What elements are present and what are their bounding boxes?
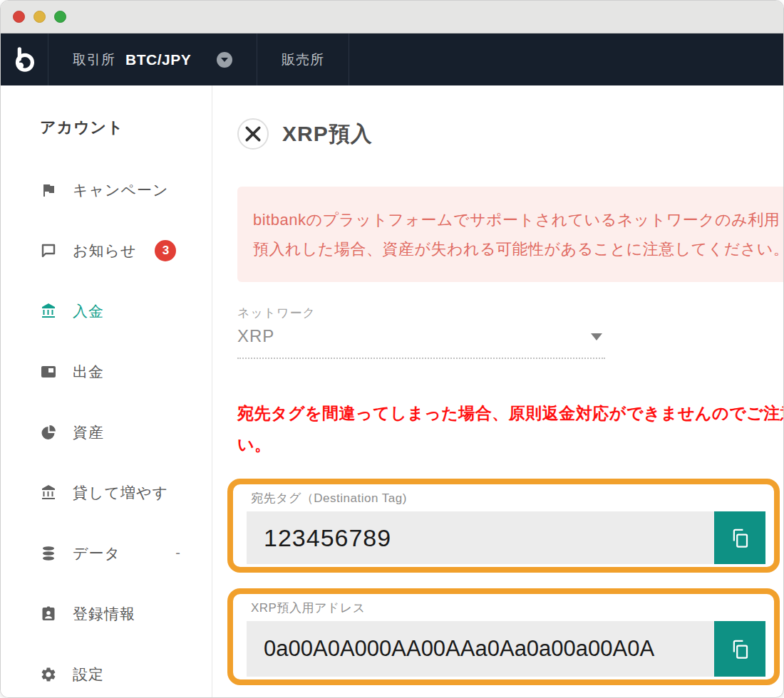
deposit-address-group: XRP預入用アドレス 0a00A0A000AA00AAa0Aa0a00a00A0… xyxy=(227,588,780,685)
sidebar-item-trailing: - xyxy=(175,545,180,561)
pie-chart-icon xyxy=(40,424,57,441)
sidebar-item-withdraw[interactable]: 出金 xyxy=(40,341,212,402)
withdraw-icon xyxy=(40,363,57,380)
bank-icon xyxy=(40,303,57,320)
exchange-tab[interactable]: 取引所 BTC/JPY xyxy=(48,33,257,85)
caret-down-icon xyxy=(591,333,602,340)
sidebar-item-campaign[interactable]: キャンペーン xyxy=(40,160,212,220)
pair-dropdown-icon[interactable] xyxy=(217,52,232,68)
main-content: XRP預入 bitbankのプラットフォームでサポートされているネットワークのみ… xyxy=(212,85,784,698)
network-alert-box: bitbankのプラットフォームでサポートされているネットワークのみ利用 預入れ… xyxy=(237,187,784,282)
sales-label: 販売所 xyxy=(282,51,324,69)
flag-icon xyxy=(40,182,57,199)
copy-icon xyxy=(729,527,751,548)
page-title-row: XRP預入 xyxy=(237,118,373,150)
deposit-address-field[interactable]: 0a00A0A000AA00AAa0Aa0a00a00A0A xyxy=(247,621,714,677)
alert-line-1: bitbankのプラットフォームでサポートされているネットワークのみ利用 xyxy=(253,205,784,234)
destination-tag-warning: 宛先タグを間違ってしまった場合、原則返金対応ができませんのでご注意くださ い。 xyxy=(237,397,784,460)
exchange-label: 取引所 xyxy=(73,51,115,69)
news-count-badge: 3 xyxy=(155,240,176,261)
copy-destination-tag-button[interactable] xyxy=(714,511,765,564)
zoom-button[interactable] xyxy=(54,11,66,23)
sidebar-item-settings[interactable]: 設定 xyxy=(40,644,212,698)
alert-line-2: 預入れした場合、資産が失われる可能性があることに注意してください。 xyxy=(253,234,784,264)
destination-tag-field[interactable]: 123456789 xyxy=(247,511,714,564)
copy-deposit-address-button[interactable] xyxy=(714,621,765,677)
chat-icon xyxy=(40,242,57,259)
sidebar-item-news[interactable]: お知らせ 3 xyxy=(40,220,212,281)
network-label: ネットワーク xyxy=(237,305,316,321)
bitbank-logo[interactable] xyxy=(1,33,48,85)
xrp-icon xyxy=(237,118,269,150)
deposit-address-value: 0a00A0A000AA00AAa0Aa0a00a00A0A xyxy=(264,636,654,662)
network-value: XRP xyxy=(237,323,605,346)
sidebar-item-label: 設定 xyxy=(73,665,104,684)
window-titlebar xyxy=(1,1,783,33)
app-window: 取引所 BTC/JPY 販売所 アカウント キャンペーン お知らせ xyxy=(0,0,784,698)
bank-icon xyxy=(40,484,57,501)
sidebar-item-lending[interactable]: 貸して増やす xyxy=(40,462,212,523)
gear-icon xyxy=(40,666,57,683)
warning-line-1: 宛先タグを間違ってしまった場合、原則返金対応ができませんのでご注意くださ xyxy=(237,397,784,429)
sidebar-item-data[interactable]: データ - xyxy=(40,523,212,583)
id-card-icon xyxy=(40,605,57,623)
database-icon xyxy=(40,545,57,562)
bitbank-logo-icon xyxy=(11,46,38,73)
sidebar-item-label: お知らせ xyxy=(73,241,136,261)
close-button[interactable] xyxy=(13,11,25,23)
deposit-address-label: XRP預入用アドレス xyxy=(251,600,765,616)
network-select[interactable]: XRP xyxy=(237,323,605,359)
sidebar-item-label: 入金 xyxy=(73,301,104,321)
destination-tag-value: 123456789 xyxy=(264,524,391,552)
app-header: 取引所 BTC/JPY 販売所 xyxy=(1,33,783,85)
destination-tag-label: 宛先タグ（Destination Tag) xyxy=(251,490,765,506)
copy-icon xyxy=(729,638,751,660)
minimize-button[interactable] xyxy=(33,11,46,23)
sidebar: アカウント キャンペーン お知らせ 3 入金 xyxy=(1,85,212,698)
warning-line-2: い。 xyxy=(237,429,784,460)
sidebar-item-registration[interactable]: 登録情報 xyxy=(40,583,212,644)
header-divider xyxy=(349,33,349,85)
sidebar-item-label: データ xyxy=(73,543,120,563)
sidebar-item-label: 資産 xyxy=(73,422,104,442)
sidebar-item-deposit[interactable]: 入金 xyxy=(40,281,212,341)
sidebar-item-label: 登録情報 xyxy=(73,604,135,624)
sidebar-section-title: アカウント xyxy=(40,117,212,138)
sidebar-item-label: キャンペーン xyxy=(73,180,168,200)
destination-tag-group: 宛先タグ（Destination Tag) 123456789 xyxy=(227,479,780,573)
sidebar-item-assets[interactable]: 資産 xyxy=(40,402,212,462)
pair-selector[interactable]: BTC/JPY xyxy=(125,51,191,68)
sidebar-item-label: 貸して増やす xyxy=(73,483,168,503)
sales-tab[interactable]: 販売所 xyxy=(257,33,349,85)
sidebar-item-label: 出金 xyxy=(73,362,104,382)
page-title: XRP預入 xyxy=(282,120,373,149)
